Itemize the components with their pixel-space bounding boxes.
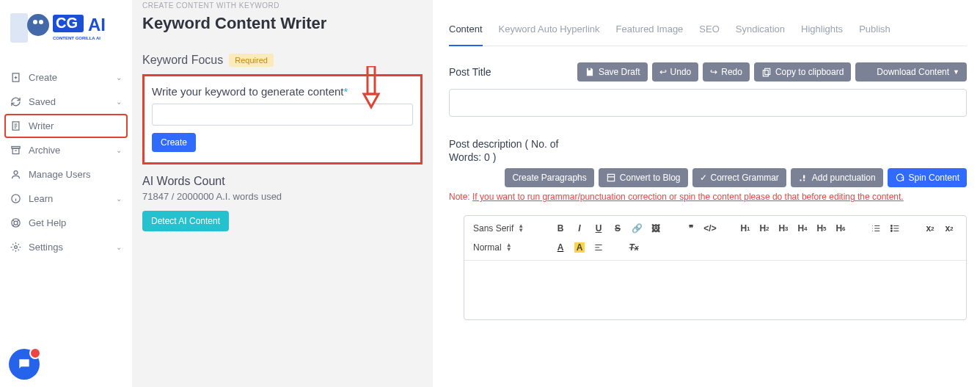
chevron-down-icon: ⌄: [116, 146, 122, 154]
tab-keyword-auto-hyperlink[interactable]: Keyword Auto Hyperlink: [499, 18, 600, 46]
svg-point-24: [891, 225, 892, 227]
font-color-icon[interactable]: A: [554, 241, 567, 254]
post-title-input[interactable]: [449, 89, 967, 117]
create-button[interactable]: Create: [152, 133, 196, 152]
clear-format-icon[interactable]: Tx: [627, 241, 640, 254]
svg-point-22: [803, 180, 805, 181]
code-icon[interactable]: </>: [703, 222, 717, 235]
sidebar-item-create[interactable]: Create⌄: [4, 65, 128, 90]
tab-highlights[interactable]: Highlights: [801, 18, 843, 46]
sidebar-item-saved[interactable]: Saved⌄: [4, 90, 128, 114]
nav-label: Get Help: [29, 217, 122, 228]
left-pane: CREATE CONTENT WITH KEYWORD Keyword Cont…: [132, 0, 433, 387]
svg-point-15: [14, 221, 18, 225]
copy-clipboard-button[interactable]: Copy to clipboard: [754, 62, 851, 82]
superscript-button[interactable]: x2: [943, 222, 956, 235]
tab-publish[interactable]: Publish: [859, 18, 891, 46]
convert-blog-button[interactable]: Convert to Blog: [599, 168, 688, 187]
sidebar-item-writer[interactable]: Writer: [4, 114, 128, 138]
spin-content-button[interactable]: Spin Content: [888, 168, 967, 187]
nav-label: Archive: [29, 145, 109, 156]
subscript-button[interactable]: x2: [924, 222, 937, 235]
font-family-select[interactable]: Sans Serif▲▼: [473, 223, 532, 234]
tab-content[interactable]: Content: [449, 18, 483, 46]
annotation-arrow-icon: [362, 66, 381, 110]
note-link[interactable]: If you want to run grammar/punctuation c…: [472, 192, 904, 202]
right-pane: ContentKeyword Auto HyperlinkFeatured Im…: [433, 0, 980, 387]
svg-rect-19: [765, 68, 770, 74]
archive-icon: [10, 145, 21, 156]
tab-featured-image[interactable]: Featured Image: [616, 18, 684, 46]
svg-rect-17: [368, 66, 375, 94]
download-content-button[interactable]: Download Content▼: [855, 62, 967, 82]
keyword-focus-heading: Keyword Focus: [142, 54, 223, 67]
underline-button[interactable]: U: [592, 222, 605, 235]
undo-button[interactable]: ↩Undo: [652, 62, 699, 82]
tabs: ContentKeyword Auto HyperlinkFeatured Im…: [449, 18, 967, 46]
editor: Sans Serif▲▼ B I U S 🔗 🖼 ❞ </> H1 H2 H3: [464, 215, 967, 320]
sidebar-item-manage-users[interactable]: Manage Users: [4, 162, 128, 187]
bold-button[interactable]: B: [554, 222, 567, 235]
sidebar-item-settings[interactable]: Settings⌄: [4, 235, 128, 259]
sidebar-item-get-help[interactable]: Get Help: [4, 211, 128, 235]
breadcrumb: CREATE CONTENT WITH KEYWORD: [142, 1, 423, 10]
svg-rect-18: [588, 68, 591, 70]
h3-button[interactable]: H3: [777, 222, 790, 235]
nav-label: Saved: [29, 96, 109, 107]
main: CREATE CONTENT WITH KEYWORD Keyword Cont…: [132, 0, 980, 387]
font-size-select[interactable]: Normal▲▼: [473, 242, 532, 253]
unordered-list-icon[interactable]: [888, 222, 902, 235]
h2-button[interactable]: H2: [758, 222, 771, 235]
keyword-box: Write your keyword to generate content* …: [142, 74, 423, 164]
chevron-down-icon: ⌄: [116, 243, 122, 251]
sidebar-item-archive[interactable]: Archive⌄: [4, 138, 128, 162]
editor-toolbar: Sans Serif▲▼ B I U S 🔗 🖼 ❞ </> H1 H2 H3: [464, 216, 966, 261]
h4-button[interactable]: H4: [796, 222, 809, 235]
svg-point-3: [39, 20, 43, 24]
svg-text:CONTENT GORILLA AI: CONTENT GORILLA AI: [53, 36, 100, 40]
bg-color-icon[interactable]: A: [573, 241, 586, 254]
post-title-label: Post Title: [449, 66, 491, 78]
image-icon[interactable]: 🖼: [649, 222, 662, 235]
post-description-label: Post description ( No. of Words: 0 ): [449, 137, 559, 164]
note: Note: If you want to run grammar/punctua…: [449, 192, 967, 202]
tab-syndication[interactable]: Syndication: [736, 18, 785, 46]
user-icon: [10, 169, 21, 180]
nav-label: Learn: [29, 193, 109, 204]
gear-icon: [10, 242, 21, 253]
sidebar-item-learn[interactable]: Learn⌄: [4, 187, 128, 211]
svg-point-1: [27, 14, 49, 36]
svg-point-16: [15, 246, 18, 249]
nav-label: Settings: [29, 242, 109, 253]
svg-point-26: [891, 231, 892, 232]
svg-point-21: [800, 180, 801, 181]
redo-button[interactable]: ↪Redo: [703, 62, 750, 82]
svg-point-2: [33, 20, 37, 24]
help-icon: [10, 217, 21, 228]
h1-button[interactable]: H1: [739, 222, 752, 235]
detect-ai-button[interactable]: Detect AI Content: [142, 211, 229, 231]
svg-text:AI: AI: [88, 15, 106, 35]
editor-body[interactable]: [464, 261, 966, 319]
quote-icon[interactable]: ❞: [684, 222, 698, 235]
svg-rect-0: [10, 13, 28, 43]
link-icon[interactable]: 🔗: [630, 222, 643, 235]
create-paragraphs-button[interactable]: Create Paragraphs: [505, 168, 593, 187]
save-draft-button[interactable]: Save Draft: [577, 62, 648, 82]
italic-button[interactable]: I: [573, 222, 586, 235]
align-icon[interactable]: [592, 241, 605, 254]
chevron-down-icon: ⌄: [116, 195, 122, 203]
h5-button[interactable]: H5: [815, 222, 828, 235]
svg-text:CG: CG: [56, 15, 78, 31]
ai-words-line: 71847 / 2000000 A.I. words used: [142, 191, 423, 202]
chat-bubble-icon[interactable]: [9, 349, 40, 380]
nav-label: Manage Users: [29, 169, 122, 180]
strike-button[interactable]: S: [611, 222, 624, 235]
h6-button[interactable]: H6: [834, 222, 847, 235]
sidebar: CGAICONTENT GORILLA AI Create⌄Saved⌄Writ…: [0, 0, 132, 387]
tab-seo[interactable]: SEO: [699, 18, 719, 46]
correct-grammar-button[interactable]: ✓Correct Grammar: [692, 168, 786, 187]
chevron-down-icon: ⌄: [116, 73, 122, 82]
add-punctuation-button[interactable]: Add punctuation: [791, 168, 883, 187]
ordered-list-icon[interactable]: [869, 222, 882, 235]
